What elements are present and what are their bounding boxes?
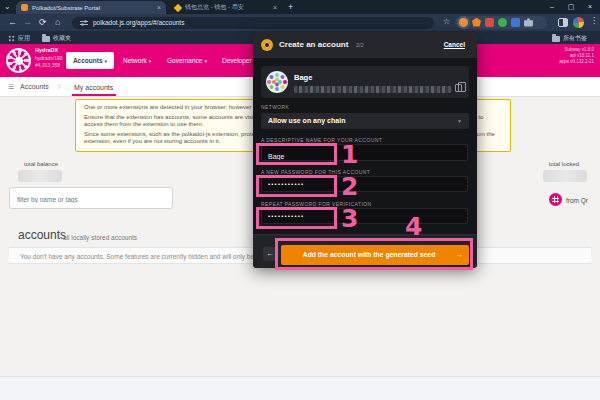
modal-title: Create an account [279, 40, 348, 49]
annotation-box-2 [256, 175, 337, 197]
copy-address-icon[interactable] [455, 84, 462, 92]
total-balance-label: total balance [10, 161, 72, 167]
url-text[interactable]: polkadot.js.org/apps/#/accounts [93, 19, 184, 26]
accounts-icon: ☰ [8, 83, 14, 91]
tab-polkadot-portal[interactable]: Polkadot/Substrate Portal × [16, 1, 166, 14]
chain-logo-icon[interactable] [6, 48, 31, 73]
from-qr-label[interactable]: from Qr [566, 197, 588, 204]
menu-label: Governance [167, 57, 202, 64]
breadcrumb: Accounts [20, 83, 49, 90]
extensions-pill [455, 16, 547, 29]
total-locked-skeleton [543, 170, 587, 182]
tab-title: Polkadot/Substrate Portal [32, 5, 153, 11]
bookmark-label: 收藏夹 [53, 34, 71, 43]
profile-avatar[interactable] [573, 17, 584, 28]
annotation-number-1: 1 [341, 144, 358, 166]
modal-header: Create an account 2/2 Cancel [253, 32, 477, 58]
bookmark-favorites-folder[interactable]: 收藏夹 [42, 34, 71, 43]
cancel-link[interactable]: Cancel [444, 41, 465, 48]
extension-icon-green[interactable] [498, 18, 507, 27]
from-qr-icon[interactable] [549, 193, 562, 206]
reload-button[interactable]: ⟳ [39, 17, 47, 28]
polkadot-extension-icon[interactable] [459, 18, 468, 27]
annotation-number-2: 2 [341, 176, 358, 198]
account-preview-card: Bage [261, 66, 469, 98]
tab-title: 钱包总览 - 钱包 - 币安 [185, 3, 269, 12]
back-button[interactable]: ← [8, 17, 17, 28]
tab-close-icon[interactable]: × [273, 4, 277, 11]
binance-favicon [174, 3, 182, 11]
network-select-value: Allow use on any chain [268, 117, 345, 124]
annotation-box-3 [256, 207, 337, 229]
network-label: NETWORK [261, 104, 289, 110]
modal-step: 2/2 [356, 42, 364, 48]
all-bookmarks[interactable]: 所有书签 [552, 34, 587, 43]
account-identicon [266, 71, 288, 93]
tab-close-icon[interactable]: × [157, 4, 161, 11]
folder-icon [42, 36, 50, 42]
accounts-heading: accounts [18, 228, 66, 242]
menu-developer[interactable]: Developer ▾ [222, 57, 256, 64]
folder-icon [552, 36, 560, 42]
chain-info[interactable]: HydraDX hydradx/190 #4,313,358 [35, 47, 63, 68]
chevron-down-icon: ▼ [457, 118, 462, 124]
annotation-box-4 [275, 238, 473, 270]
filter-field [9, 187, 173, 209]
tab-search-chevron-icon[interactable]: ⌄ [4, 2, 11, 12]
filter-input[interactable] [10, 190, 172, 210]
tab-wallet-overview[interactable]: 钱包总览 - 钱包 - 币安 × [170, 1, 282, 14]
menu-network[interactable]: Network ▾ [123, 57, 151, 64]
apps-grid-icon [8, 35, 15, 42]
menu-label: Developer [222, 57, 252, 64]
network-select[interactable]: Allow use on any chain ▼ [261, 113, 469, 129]
forward-button[interactable]: → [23, 17, 32, 28]
polkadot-js-logo-icon [261, 39, 273, 51]
polkadot-favicon [21, 4, 28, 11]
tab-my-accounts[interactable]: My accounts [74, 84, 113, 91]
browser-menu-icon[interactable]: ⋮ [590, 16, 598, 25]
new-tab-button[interactable]: + [288, 1, 293, 13]
account-name: Bage [294, 73, 312, 82]
metamask-extension-icon[interactable] [472, 18, 481, 27]
bookmark-apps[interactable]: 应用 [8, 34, 30, 43]
chain-node: hydradx/190 [35, 55, 63, 61]
chain-block: #4,313,358 [35, 62, 63, 68]
menu-label: Network [123, 57, 147, 64]
screen: ⌄ Polkadot/Substrate Portal × 钱包总览 - 钱包 … [0, 0, 600, 400]
active-tab-underline [72, 94, 116, 96]
chevron-down-icon: ▾ [105, 58, 108, 64]
annotation-box-1 [256, 143, 337, 165]
total-balance-skeleton [18, 170, 62, 182]
site-settings-icon[interactable] [80, 19, 88, 27]
chain-name: HydraDX [35, 47, 63, 53]
address-bar[interactable]: polkadot.js.org/apps/#/accounts [72, 17, 434, 29]
extension-icon-red[interactable] [485, 18, 494, 27]
windows-taskbar: 0°C 多云 搜索 ∧ M D 12:25 2023/12/ [0, 376, 600, 400]
menu-governance[interactable]: Governance ▾ [167, 57, 207, 64]
version-info: Subway v1.8.0 api v10.11.1 apps v0.132.2… [559, 47, 594, 65]
browser-toolbar: ← → ⟳ ⌂ polkadot.js.org/apps/#/accounts … [0, 14, 600, 31]
bookmark-label: 所有书签 [563, 34, 587, 43]
extensions-puzzle-icon[interactable] [524, 18, 533, 27]
window-close-button[interactable]: × [582, 0, 598, 13]
accounts-subtitle: all locally stored accounts [63, 234, 137, 241]
browser-tab-bar: ⌄ Polkadot/Substrate Portal × 钱包总览 - 钱包 … [0, 0, 600, 14]
bookmark-label: 应用 [18, 34, 30, 43]
annotation-number-4: 4 [405, 216, 422, 238]
window-maximize-button[interactable]: ▢ [563, 0, 579, 13]
total-locked-label: total locked [534, 161, 594, 167]
extension-icon-blue[interactable] [511, 18, 520, 27]
account-address-blurred [294, 86, 452, 93]
side-panel-icon[interactable] [558, 18, 568, 27]
chevron-down-icon: ▾ [204, 58, 207, 64]
breadcrumb-chevron-icon: › [57, 78, 61, 93]
menu-accounts[interactable]: Accounts ▾ [66, 52, 114, 69]
annotation-number-3: 3 [341, 208, 358, 230]
chevron-down-icon: ▾ [149, 58, 152, 64]
bookmark-star-icon[interactable]: ☆ [443, 17, 450, 26]
window-minimize-button[interactable]: – [544, 0, 560, 13]
home-button[interactable]: ⌂ [55, 17, 60, 28]
menu-label: Accounts [73, 57, 103, 64]
